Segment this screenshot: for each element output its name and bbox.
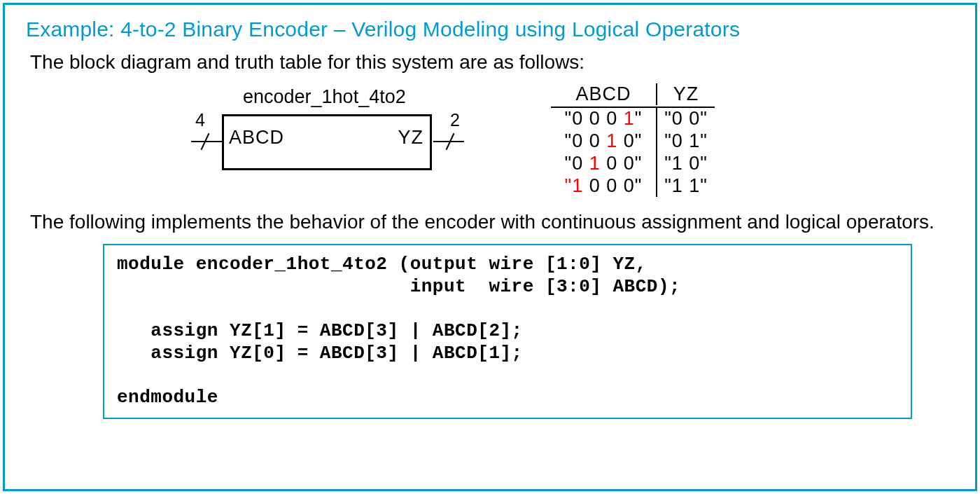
truth-header-out: YZ (656, 83, 715, 105)
bus-width-right: 2 (450, 110, 460, 130)
wire-left (191, 141, 222, 142)
truth-header-in: ABCD (551, 83, 656, 105)
truth-row: "0 0 1 0" "0 1" (551, 130, 715, 153)
truth-row: "1 0 0 0" "1 1" (551, 175, 715, 198)
example-frame: Example: 4-to-2 Binary Encoder – Verilog… (3, 3, 977, 491)
truth-in-cell: "0 1 0 0" (551, 153, 656, 175)
truth-in-cell: "0 0 0 1" (551, 108, 656, 130)
block-diagram: encoder_1hot_4to2 ABCD YZ 4 2 (173, 86, 481, 198)
truth-out-cell: "1 0" (656, 153, 715, 175)
example-title: Example: 4-to-2 Binary Encoder – Verilog… (26, 18, 954, 41)
port-right-label: YZ (398, 127, 424, 149)
truth-table: ABCD YZ "0 0 0 1" "0 0" "0 0 1 0" "0 1" … (551, 83, 715, 197)
module-label: encoder_1hot_4to2 (243, 86, 406, 108)
truth-row: "0 0 0 1" "0 0" (551, 108, 715, 130)
truth-in-cell: "0 0 1 0" (551, 130, 656, 153)
truth-row: "0 1 0 0" "1 0" (551, 153, 715, 175)
bus-width-left: 4 (195, 110, 205, 130)
hot-bit: 1 (572, 175, 583, 196)
port-left-label: ABCD (229, 127, 284, 149)
lead-text: The block diagram and truth table for th… (30, 51, 954, 74)
hot-bit: 1 (624, 108, 635, 129)
truth-in-cell: "1 0 0 0" (551, 175, 656, 198)
truth-out-cell: "0 0" (656, 108, 715, 130)
truth-header: ABCD YZ (551, 83, 715, 108)
hot-bit: 1 (606, 130, 617, 151)
diagram-and-truth-row: encoder_1hot_4to2 ABCD YZ 4 2 ABCD YZ "0… (26, 83, 954, 198)
truth-out-cell: "1 1" (656, 175, 715, 198)
truth-out-cell: "0 1" (656, 130, 715, 153)
explain-text: The following implements the behavior of… (30, 210, 954, 234)
verilog-code-block: module encoder_1hot_4to2 (output wire [1… (103, 244, 912, 419)
hot-bit: 1 (589, 153, 601, 174)
